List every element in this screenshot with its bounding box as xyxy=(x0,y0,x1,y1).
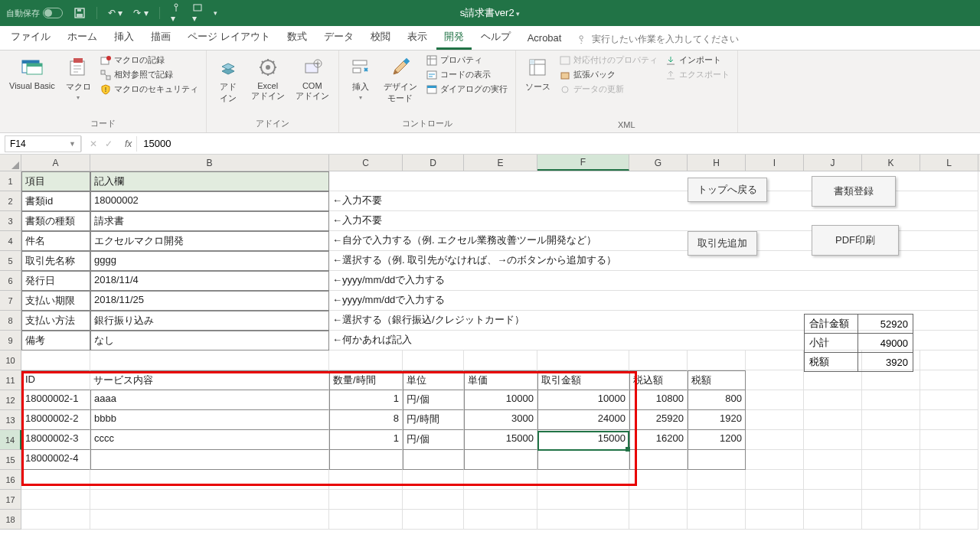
cell[interactable] xyxy=(804,470,862,490)
worksheet-grid[interactable]: A B C D E F G H I J K L 1項目記入欄2書類id18000… xyxy=(0,155,980,530)
cell[interactable] xyxy=(862,370,920,390)
visual-basic-button[interactable]: Visual Basic xyxy=(6,54,58,92)
col-header[interactable]: B xyxy=(90,155,329,171)
insert-control-button[interactable]: 挿入▾ xyxy=(345,54,376,103)
cell[interactable]: 単価 xyxy=(464,370,537,390)
cell[interactable] xyxy=(804,430,862,450)
cell[interactable] xyxy=(862,430,920,450)
cell[interactable] xyxy=(90,470,329,490)
cell[interactable] xyxy=(920,430,978,450)
cell[interactable]: cccc xyxy=(90,430,329,450)
cell[interactable] xyxy=(403,510,464,530)
cell[interactable]: 800 xyxy=(688,390,746,410)
tab-acrobat[interactable]: Acrobat xyxy=(520,28,570,50)
cell[interactable]: 1 xyxy=(329,430,403,450)
row-header[interactable]: 14 xyxy=(0,430,21,450)
formula-input[interactable]: 15000 xyxy=(137,136,980,151)
expansion-pack-button[interactable]: 拡張パック xyxy=(558,68,659,81)
row-header[interactable]: 16 xyxy=(0,470,21,490)
cell[interactable] xyxy=(862,450,920,470)
col-header[interactable]: E xyxy=(464,155,537,171)
cell[interactable] xyxy=(688,470,746,490)
cell[interactable] xyxy=(90,490,329,510)
cell[interactable] xyxy=(804,370,862,390)
row-header[interactable]: 1 xyxy=(0,171,21,191)
col-header[interactable]: D xyxy=(403,155,464,171)
row-header[interactable]: 9 xyxy=(0,331,21,350)
cell[interactable] xyxy=(21,490,90,510)
row-header[interactable]: 17 xyxy=(0,490,21,510)
cell[interactable] xyxy=(629,510,688,530)
cell[interactable] xyxy=(537,450,629,470)
cell[interactable] xyxy=(329,350,403,370)
cell[interactable] xyxy=(920,410,978,430)
cell[interactable]: 支払い期限 xyxy=(21,291,90,311)
cell[interactable]: 10000 xyxy=(537,390,629,410)
col-header[interactable]: G xyxy=(629,155,688,171)
cell[interactable] xyxy=(464,470,537,490)
cell[interactable]: 税込額 xyxy=(629,370,688,390)
col-header[interactable]: C xyxy=(329,155,403,171)
redo-icon[interactable]: ↷ ▾ xyxy=(133,8,148,18)
cell[interactable]: ←yyyy/mm/ddで入力する xyxy=(329,291,978,311)
row-header[interactable]: 8 xyxy=(0,311,21,331)
cell[interactable]: 取引先名称 xyxy=(21,251,90,271)
cell[interactable] xyxy=(537,490,629,510)
cell[interactable]: 件名 xyxy=(21,231,90,251)
cell[interactable] xyxy=(746,410,804,430)
cell[interactable] xyxy=(464,350,537,370)
cell[interactable] xyxy=(329,490,403,510)
row-header[interactable]: 12 xyxy=(0,390,21,410)
import-button[interactable]: インポート xyxy=(664,54,731,67)
top-return-button[interactable]: トップへ戻る xyxy=(688,178,767,202)
cell[interactable]: 発行日 xyxy=(21,271,90,291)
col-header[interactable]: I xyxy=(746,155,804,171)
col-header[interactable]: J xyxy=(804,155,862,171)
cell[interactable] xyxy=(629,350,688,370)
tab-help[interactable]: ヘルプ xyxy=(473,25,518,50)
cell[interactable]: 備考 xyxy=(21,331,90,350)
macros-button[interactable]: マクロ▾ xyxy=(63,54,94,103)
enter-icon[interactable]: ✓ xyxy=(105,139,113,149)
name-box[interactable]: F14▼ xyxy=(5,135,81,152)
relative-ref-button[interactable]: 相対参照で記録 xyxy=(99,68,200,81)
row-header[interactable]: 10 xyxy=(0,350,21,370)
cell[interactable] xyxy=(629,470,688,490)
touch-icon[interactable]: ▾ xyxy=(171,2,181,24)
row-header[interactable]: 2 xyxy=(0,191,21,211)
cell[interactable]: 2018/11/25 xyxy=(90,291,329,311)
cell[interactable] xyxy=(403,450,464,470)
document-title[interactable]: s請求書ver2 xyxy=(460,6,520,20)
cell[interactable]: エクセルマクロ開発 xyxy=(90,231,329,251)
cell[interactable] xyxy=(464,450,537,470)
cell[interactable] xyxy=(403,470,464,490)
row-header[interactable]: 18 xyxy=(0,510,21,530)
cell[interactable] xyxy=(537,510,629,530)
cell[interactable]: 単位 xyxy=(403,370,464,390)
cell[interactable] xyxy=(746,430,804,450)
tab-home[interactable]: ホーム xyxy=(60,25,105,50)
cell[interactable] xyxy=(862,390,920,410)
cell[interactable]: ←yyyy/mm/ddで入力する xyxy=(329,271,978,291)
tab-developer[interactable]: 開発 xyxy=(436,25,472,50)
cell[interactable] xyxy=(688,490,746,510)
autosave-toggle[interactable]: 自動保存 xyxy=(6,8,63,19)
cell[interactable]: ID xyxy=(21,370,90,390)
tab-pagelayout[interactable]: ページ レイアウト xyxy=(180,25,278,50)
cell[interactable] xyxy=(920,510,978,530)
col-header[interactable]: A xyxy=(21,155,90,171)
cell[interactable] xyxy=(464,510,537,530)
row-header[interactable]: 11 xyxy=(0,370,21,390)
tab-file[interactable]: ファイル xyxy=(3,25,58,50)
cell[interactable] xyxy=(90,450,329,470)
row-header[interactable]: 7 xyxy=(0,291,21,311)
tab-data[interactable]: データ xyxy=(316,25,361,50)
cell[interactable]: 円/個 xyxy=(403,430,464,450)
tab-review[interactable]: 校閲 xyxy=(363,25,398,50)
cell[interactable]: 項目 xyxy=(21,171,90,191)
cell[interactable] xyxy=(920,490,978,510)
cell[interactable] xyxy=(804,450,862,470)
cell[interactable] xyxy=(746,470,804,490)
fx-icon[interactable]: fx xyxy=(120,139,136,149)
cell[interactable] xyxy=(403,490,464,510)
